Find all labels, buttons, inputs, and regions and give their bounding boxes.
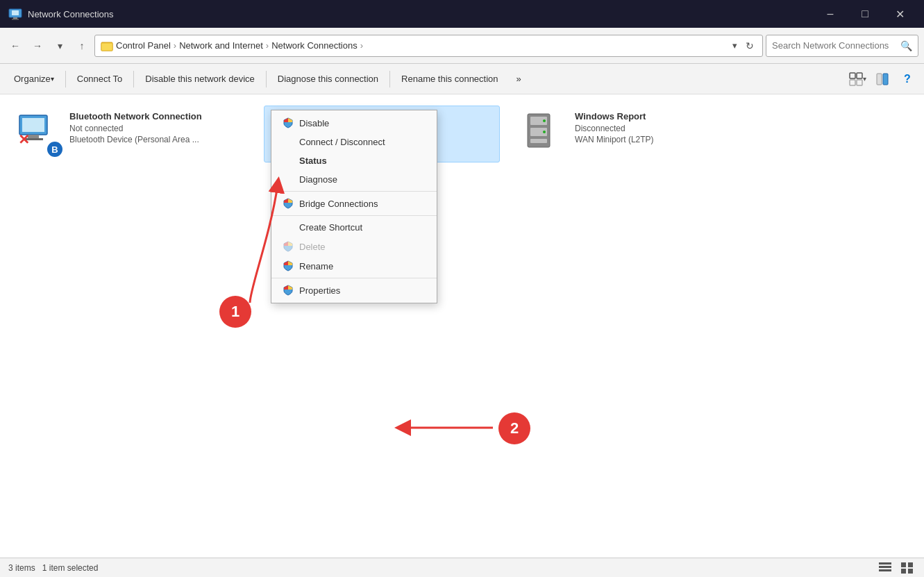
ctx-status-label: Status bbox=[299, 156, 327, 166]
bluetooth-name: Bluetooth Network Connection bbox=[69, 111, 242, 122]
ctx-disable[interactable]: Disable bbox=[271, 113, 437, 133]
connect-to-button[interactable]: Connect To bbox=[69, 67, 131, 91]
bluetooth-info: Bluetooth Network Connection Not connect… bbox=[69, 111, 242, 144]
toolbar-separator-3 bbox=[266, 71, 267, 87]
svg-point-30 bbox=[543, 131, 546, 133]
maximize-button[interactable]: □ bbox=[849, 3, 881, 24]
shield-icon-delete bbox=[283, 241, 294, 252]
ctx-rename-label: Rename bbox=[299, 261, 333, 271]
list-view-button[interactable] bbox=[877, 560, 893, 576]
network-items-list: ✕ B Bluetooth Network Connection Not con… bbox=[11, 106, 913, 162]
main-content: ✕ B Bluetooth Network Connection Not con… bbox=[0, 94, 924, 558]
forward-button[interactable]: → bbox=[28, 36, 47, 56]
ctx-connect-label: Connect / Disconnect bbox=[299, 137, 385, 147]
svg-rect-7 bbox=[857, 73, 862, 78]
toolbar: Organize Connect To Disable this network… bbox=[0, 64, 924, 94]
svg-rect-32 bbox=[879, 566, 891, 568]
address-folder-icon bbox=[101, 40, 113, 52]
diagnose-button[interactable]: Diagnose this connection bbox=[269, 67, 387, 91]
ctx-status[interactable]: Status bbox=[271, 151, 437, 170]
shield-icon-properties bbox=[283, 285, 294, 296]
svg-text:✕: ✕ bbox=[18, 132, 30, 147]
more-button[interactable]: » bbox=[508, 67, 530, 91]
ctx-rename[interactable]: Rename bbox=[271, 256, 437, 276]
ctx-divider-3 bbox=[271, 278, 437, 278]
address-bar[interactable]: Control Panel › Network and Internet › N… bbox=[94, 35, 763, 57]
shield-icon-disable bbox=[283, 117, 294, 128]
svg-point-29 bbox=[543, 119, 546, 122]
svg-rect-13 bbox=[22, 118, 44, 132]
nav-bar: ← → ▾ ↑ Control Panel › Network and Inte… bbox=[0, 28, 924, 64]
svg-rect-10 bbox=[877, 74, 882, 85]
svg-rect-28 bbox=[530, 139, 547, 143]
svg-rect-36 bbox=[901, 569, 906, 574]
ctx-divider-1 bbox=[271, 191, 437, 192]
bluetooth-connection-item[interactable]: ✕ B Bluetooth Network Connection Not con… bbox=[11, 106, 247, 162]
ctx-bridge[interactable]: Bridge Connections bbox=[271, 194, 437, 213]
wan-icon bbox=[522, 111, 566, 156]
ctx-properties[interactable]: Properties bbox=[271, 281, 437, 300]
items-count: 3 items bbox=[8, 563, 35, 573]
search-box[interactable]: 🔍 bbox=[766, 35, 918, 57]
bluetooth-badge: B bbox=[46, 140, 64, 158]
rename-button[interactable]: Rename this connection bbox=[393, 67, 506, 91]
svg-rect-1 bbox=[12, 10, 19, 15]
ctx-create-shortcut[interactable]: Create Shortcut bbox=[271, 218, 437, 237]
shield-icon-rename bbox=[283, 260, 294, 271]
back-button[interactable]: ← bbox=[6, 36, 25, 56]
toolbar-separator-2 bbox=[133, 71, 134, 87]
breadcrumb-network-connections[interactable]: Network Connections bbox=[271, 40, 358, 51]
refresh-button[interactable]: ↻ bbox=[743, 40, 757, 51]
ctx-diagnose-label: Diagnose bbox=[299, 174, 337, 185]
annotation-1: 1 bbox=[219, 296, 251, 328]
svg-rect-5 bbox=[101, 43, 112, 51]
organize-button[interactable]: Organize bbox=[6, 67, 62, 91]
pane-button[interactable] bbox=[871, 68, 893, 90]
windows-report-info: Windows Report Disconnected WAN Miniport… bbox=[575, 111, 747, 144]
disable-button[interactable]: Disable this network device bbox=[137, 67, 263, 91]
svg-rect-6 bbox=[850, 73, 855, 78]
ctx-diagnose[interactable]: Diagnose bbox=[271, 170, 437, 189]
status-bar: 3 items 1 item selected bbox=[0, 558, 924, 577]
svg-rect-2 bbox=[13, 17, 17, 19]
toolbar-separator-4 bbox=[389, 71, 390, 87]
windows-report-desc: WAN Miniport (L2TP) bbox=[575, 135, 747, 144]
toolbar-separator-1 bbox=[65, 71, 66, 87]
svg-rect-3 bbox=[12, 19, 19, 20]
ctx-divider-2 bbox=[271, 215, 437, 216]
close-button[interactable]: ✕ bbox=[884, 3, 916, 24]
window-title: Network Connections bbox=[28, 9, 814, 19]
ctx-connect-disconnect[interactable]: Connect / Disconnect bbox=[271, 133, 437, 151]
title-bar: Network Connections – □ ✕ bbox=[0, 0, 924, 28]
windows-report-status: Disconnected bbox=[575, 124, 747, 133]
windows-report-item[interactable]: Windows Report Disconnected WAN Miniport… bbox=[516, 106, 753, 162]
ctx-bridge-label: Bridge Connections bbox=[299, 199, 378, 209]
breadcrumb-control-panel[interactable]: Control Panel bbox=[116, 40, 171, 51]
ctx-properties-label: Properties bbox=[299, 285, 340, 296]
minimize-button[interactable]: – bbox=[814, 3, 846, 24]
svg-rect-33 bbox=[879, 569, 891, 571]
ctx-delete-label: Delete bbox=[299, 242, 326, 252]
help-button[interactable]: ? bbox=[896, 68, 918, 90]
window-controls: – □ ✕ bbox=[814, 3, 916, 24]
recent-button[interactable]: ▾ bbox=[50, 36, 69, 56]
search-icon: 🔍 bbox=[900, 40, 912, 51]
windows-report-name: Windows Report bbox=[575, 111, 747, 122]
svg-rect-9 bbox=[857, 80, 862, 85]
toolbar-right: ▾ ? bbox=[846, 68, 918, 90]
ctx-disable-label: Disable bbox=[299, 118, 329, 128]
view-options-button[interactable]: ▾ bbox=[846, 68, 868, 90]
svg-rect-31 bbox=[879, 562, 891, 565]
breadcrumb-network-internet[interactable]: Network and Internet bbox=[179, 40, 263, 51]
tile-view-button[interactable] bbox=[899, 560, 916, 576]
svg-rect-35 bbox=[908, 562, 913, 567]
address-dropdown-button[interactable]: ▾ bbox=[730, 40, 740, 51]
svg-rect-37 bbox=[908, 569, 913, 574]
ctx-shortcut-label: Create Shortcut bbox=[299, 222, 362, 233]
ctx-delete: Delete bbox=[271, 237, 437, 256]
search-input[interactable] bbox=[772, 40, 898, 51]
selected-count: 1 item selected bbox=[42, 563, 99, 573]
up-button[interactable]: ↑ bbox=[72, 36, 92, 56]
arrow-2 bbox=[389, 400, 507, 455]
bluetooth-desc: Bluetooth Device (Personal Area ... bbox=[69, 135, 242, 144]
